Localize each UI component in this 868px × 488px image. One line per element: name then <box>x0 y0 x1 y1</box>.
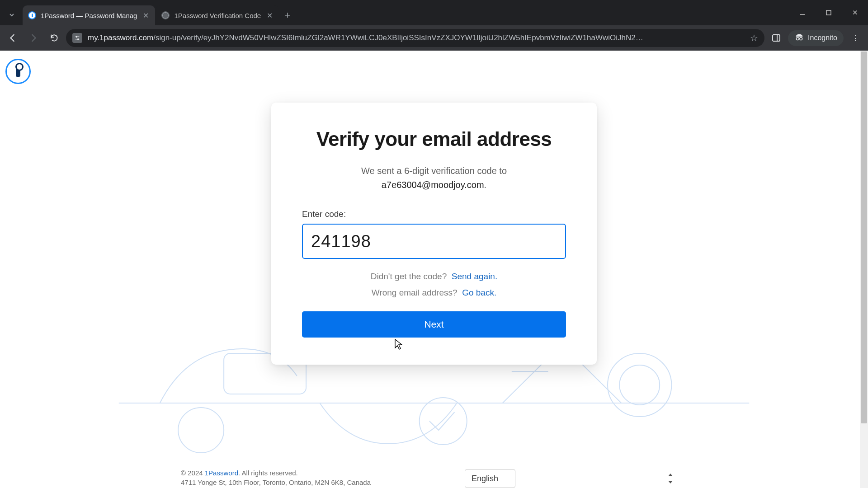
url-text: my.1password.com/sign-up/verify/eyJhY2Nv… <box>88 33 745 42</box>
browser-toolbar: my.1password.com/sign-up/verify/eyJhY2Nv… <box>0 25 868 51</box>
page-viewport: Verify your email address We sent a 6-di… <box>0 51 868 488</box>
verify-card: Verify your email address We sent a 6-di… <box>271 103 597 365</box>
close-tab-icon[interactable]: ✕ <box>265 11 274 19</box>
browser-tab-active[interactable]: 1Password — Password Manag ✕ <box>23 5 155 25</box>
onepassword-favicon-icon <box>28 11 36 19</box>
resend-row: Didn't get the code? Send again. <box>302 272 566 282</box>
bookmark-star-icon[interactable]: ☆ <box>750 33 758 43</box>
footer-brand-link[interactable]: 1Password <box>205 469 238 477</box>
scrollbar[interactable] <box>860 51 868 488</box>
svg-point-4 <box>76 36 78 38</box>
svg-point-12 <box>178 408 224 453</box>
browser-tab-inactive[interactable]: 1Password Verification Code ✕ <box>156 5 279 25</box>
copyright-line: © 2024 1Password. All rights reserved. <box>181 469 371 477</box>
tab-search-dropdown[interactable] <box>4 7 20 23</box>
side-panel-icon[interactable] <box>767 29 785 47</box>
back-button[interactable] <box>4 29 22 47</box>
language-select-wrap: English <box>465 469 678 488</box>
footer-address: 4711 Yonge St, 10th Floor, Toronto, Onta… <box>181 479 371 486</box>
card-heading: Verify your email address <box>302 128 566 150</box>
new-tab-button[interactable]: + <box>280 8 295 23</box>
incognito-label: Incognito <box>808 34 837 42</box>
incognito-badge[interactable]: Incognito <box>788 30 844 46</box>
maximize-button[interactable] <box>816 0 842 25</box>
code-field-label: Enter code: <box>302 209 566 219</box>
globe-favicon-icon <box>161 11 170 19</box>
wrong-email-row: Wrong email address? Go back. <box>302 288 566 298</box>
svg-point-16 <box>619 365 660 405</box>
tab-title: 1Password — Password Manag <box>41 12 137 19</box>
svg-point-9 <box>800 37 802 40</box>
forward-button[interactable] <box>24 29 42 47</box>
svg-point-14 <box>420 398 467 445</box>
browser-tab-strip: 1Password — Password Manag ✕ 1Password V… <box>0 0 868 25</box>
close-tab-icon[interactable]: ✕ <box>142 11 150 19</box>
key-icon <box>16 66 20 77</box>
send-again-link[interactable]: Send again. <box>452 272 497 281</box>
svg-point-5 <box>77 38 79 40</box>
svg-rect-6 <box>773 35 780 41</box>
email-address: a7e63004@moodjoy.com <box>382 180 484 190</box>
onepassword-logo[interactable] <box>5 59 31 84</box>
page-footer: © 2024 1Password. All rights reserved. 4… <box>0 464 868 488</box>
svg-point-15 <box>608 353 671 417</box>
chrome-menu-icon[interactable]: ⋮ <box>846 29 864 47</box>
card-subtitle: We sent a 6-digit verification code to a… <box>302 164 566 192</box>
verification-code-input[interactable] <box>302 224 566 259</box>
go-back-link[interactable]: Go back. <box>462 288 496 297</box>
site-settings-icon[interactable] <box>72 33 82 43</box>
window-controls: ✕ <box>789 0 868 25</box>
tab-title: 1Password Verification Code <box>174 12 261 19</box>
incognito-icon <box>794 33 804 43</box>
close-window-button[interactable]: ✕ <box>842 0 868 25</box>
svg-point-8 <box>796 37 799 40</box>
address-bar[interactable]: my.1password.com/sign-up/verify/eyJhY2Nv… <box>66 29 764 47</box>
svg-rect-1 <box>826 10 831 15</box>
reload-button[interactable] <box>45 29 63 47</box>
minimize-button[interactable] <box>789 0 816 25</box>
next-button[interactable]: Next <box>302 311 566 338</box>
language-select[interactable]: English <box>465 469 515 488</box>
